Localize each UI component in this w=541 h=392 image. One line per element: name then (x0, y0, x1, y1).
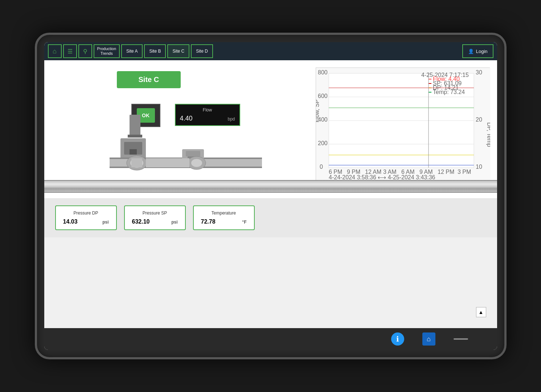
svg-text:DP, Temp: DP, Temp (486, 122, 490, 147)
login-label: Login (476, 49, 488, 54)
svg-text:600: 600 (318, 93, 328, 99)
equipment-area (110, 115, 262, 187)
pressure-sp-card: Pressure SP 632.10 psi (124, 205, 186, 230)
trend-chart-svg: 800 600 400 200 0 30 20 10 Flow, SP DP, … (316, 68, 490, 180)
pressure-sp-value-row: 632.10 psi (132, 219, 178, 225)
svg-rect-16 (146, 158, 189, 167)
location-nav-icon: ⚲ (83, 48, 87, 55)
site-d-button[interactable]: Site D (191, 44, 213, 58)
production-trends-line2: Trends (101, 51, 113, 56)
home-nav-icon: ⌂ (53, 48, 57, 55)
temperature-unit: °F (242, 220, 246, 225)
svg-text:200: 200 (318, 140, 328, 146)
site-c-button[interactable]: Site C (167, 44, 189, 58)
svg-rect-4 (130, 149, 137, 155)
temperature-value-row: 72.78 °F (201, 219, 247, 225)
site-c-label: Site C (172, 49, 184, 54)
tablet-screen: ⌂ ☰ ⚲ Production Trends Site A Site B Si… (44, 42, 497, 350)
lower-section: Pressure DP 14.03 psi Pressure SP 632.10… (44, 198, 497, 237)
login-icon: 👤 (468, 49, 474, 54)
main-content: Site C OK Flow 4.40 bpd (44, 60, 497, 328)
login-button[interactable]: 👤 Login (462, 44, 493, 58)
svg-point-15 (191, 159, 202, 167)
svg-rect-12 (186, 151, 200, 156)
temperature-card: Temperature 72.78 °F (193, 205, 255, 230)
svg-text:12 PM: 12 PM (438, 169, 454, 175)
site-label: Site C (117, 71, 181, 88)
production-trends-line1: Production (97, 46, 116, 51)
temperature-title: Temperature (201, 211, 247, 216)
bottom-dash (454, 338, 468, 340)
bottom-bar: ℹ ⌂ (44, 328, 497, 350)
site-a-button[interactable]: Site A (121, 44, 143, 58)
site-b-button[interactable]: Site B (144, 44, 166, 58)
home-nav-button[interactable]: ⌂ (48, 44, 62, 58)
pipe-body (44, 180, 497, 193)
chart-area: 800 600 400 200 0 30 20 10 Flow, SP DP, … (316, 68, 490, 180)
site-label-text: Site C (139, 75, 159, 83)
svg-text:Flow, SP: Flow, SP (316, 99, 320, 122)
pressure-sp-title: Pressure SP (132, 211, 178, 216)
temperature-value: 72.78 (201, 219, 216, 225)
scroll-up-icon: ▲ (479, 309, 484, 315)
pressure-dp-value: 14.03 (63, 219, 78, 225)
pipeline-svg (110, 115, 262, 187)
svg-text:Temp: 73.24: Temp: 73.24 (433, 89, 465, 95)
home-bottom-button[interactable]: ⌂ (422, 332, 435, 346)
site-a-label: Site A (126, 49, 138, 54)
navbar: ⌂ ☰ ⚲ Production Trends Site A Site B Si… (44, 42, 497, 60)
svg-rect-48 (429, 92, 431, 93)
list-nav-button[interactable]: ☰ (63, 44, 77, 58)
svg-rect-44 (429, 83, 431, 84)
home-bottom-icon: ⌂ (427, 335, 431, 343)
pressure-dp-value-row: 14.03 psi (63, 219, 109, 225)
svg-text:0: 0 (320, 164, 323, 170)
svg-rect-1 (128, 135, 142, 138)
info-icon: ℹ (396, 335, 399, 343)
pressure-dp-title: Pressure DP (63, 211, 109, 216)
tablet-frame: ⌂ ☰ ⚲ Production Trends Site A Site B Si… (35, 33, 507, 359)
svg-text:800: 800 (318, 69, 328, 75)
scroll-up-button[interactable]: ▲ (476, 307, 486, 317)
site-d-label: Site D (196, 49, 208, 54)
svg-text:4-24-2024  3:58:36  ⟷  4-25-20: 4-24-2024 3:58:36 ⟷ 4-25-2024 3:43:36 (329, 174, 435, 180)
pressure-sp-unit: psi (171, 220, 177, 225)
svg-rect-0 (130, 115, 140, 136)
location-nav-button[interactable]: ⚲ (78, 44, 92, 58)
list-nav-icon: ☰ (67, 48, 73, 55)
pressure-dp-card: Pressure DP 14.03 psi (55, 205, 117, 230)
pressure-dp-unit: psi (102, 220, 108, 225)
site-b-label: Site B (149, 49, 161, 54)
svg-text:10: 10 (476, 164, 482, 170)
flow-label: Flow (180, 107, 235, 113)
info-button[interactable]: ℹ (391, 332, 404, 346)
svg-text:3 PM: 3 PM (458, 169, 471, 175)
production-trends-button[interactable]: Production Trends (94, 44, 120, 58)
pressure-sp-value: 632.10 (132, 219, 150, 225)
svg-rect-42 (429, 79, 431, 79)
svg-text:20: 20 (476, 117, 482, 123)
upper-section: Site C OK Flow 4.40 bpd (44, 60, 497, 198)
svg-rect-10 (131, 158, 142, 167)
svg-text:30: 30 (476, 69, 482, 75)
